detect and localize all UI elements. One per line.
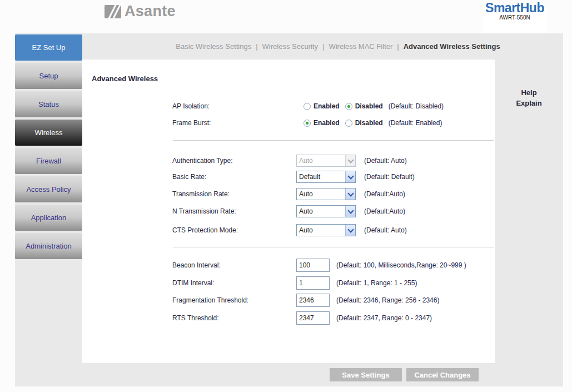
row-basic-rate: Basic Rate:Default(Default: Default) (82, 170, 495, 184)
row-cts-protection-mode: CTS Protection Mode:Auto(Default: Auto) (82, 223, 495, 237)
row-frame-burst: Frame Burst:EnabledDisabled(Default: Ena… (82, 116, 495, 130)
dropdown-authentication-type: Auto (296, 155, 356, 167)
row-authentication-type: Authentication Type:Auto(Default: Auto) (82, 153, 495, 168)
sidebar: EZ Set UpSetupStatusWirelessFirewallAcce… (15, 34, 82, 261)
radio-label: Disabled (355, 119, 383, 127)
radio-group: EnabledDisabled(Default: Enabled) (304, 119, 442, 127)
tab-bar: Basic Wireless Settings|Wireless Securit… (82, 33, 563, 59)
tab-wireless-security[interactable]: Wireless Security (262, 42, 318, 51)
router-admin-screen: Asante SmartHub AWRT-550N EZ Set UpSetup… (0, 0, 572, 392)
radio-label: Enabled (314, 102, 340, 110)
field-label: Basic Rate: (172, 173, 206, 181)
tab-separator: | (397, 42, 399, 51)
radio-group: EnabledDisabled(Default: Disabled) (304, 102, 444, 110)
dropdown-value: Auto (297, 155, 345, 166)
help-link[interactable]: Help (495, 87, 563, 98)
row-fragmentation-threshold: Fragmentation Threshold:(Default: 2346, … (82, 293, 495, 307)
default-note: (Default: Disabled) (389, 102, 444, 110)
sidebar-item-administration[interactable]: Administration (15, 233, 82, 259)
row-n-transmission-rate: N Transmission Rate:Auto(Default:Auto) (82, 204, 495, 219)
field-label: Frame Burst: (172, 119, 211, 127)
field-label: N Transmission Rate: (172, 207, 236, 215)
sidebar-item-setup[interactable]: Setup (15, 63, 82, 89)
chevron-down-icon[interactable] (345, 225, 355, 236)
default-note: (Default: 1, Range: 1 - 255) (336, 279, 417, 287)
product-logo: SmartHub AWRT-550N (470, 2, 559, 21)
radio-disabled[interactable] (345, 120, 352, 127)
product-model: AWRT-550N (470, 15, 559, 21)
content-panel: Advanced Wireless AP Isolation:EnabledDi… (82, 59, 495, 363)
cancel-changes-button[interactable]: Cancel Changes (406, 368, 479, 381)
radio-enabled[interactable] (304, 103, 311, 110)
separator (173, 247, 494, 247)
chevron-down-icon[interactable] (345, 188, 355, 200)
page-title: Advanced Wireless (92, 75, 158, 83)
radio-label: Enabled (314, 119, 340, 127)
dropdown-value: Auto (297, 188, 345, 200)
default-note: (Default:Auto) (364, 207, 405, 215)
sidebar-item-wireless[interactable]: Wireless (15, 120, 82, 146)
help-links[interactable]: Help Explain (495, 87, 563, 108)
field-label: CTS Protection Mode: (172, 226, 238, 234)
row-dtim-interval: DTIM Interval:(Default: 1, Range: 1 - 25… (82, 276, 495, 290)
footer-actions: Save Settings Cancel Changes (330, 368, 479, 381)
field-label: RTS Threshold: (172, 314, 219, 322)
asante-logo-icon (105, 5, 121, 18)
default-note: (Default: 100, Milliseconds,Range: 20~99… (336, 261, 466, 269)
dropdown-basic-rate[interactable]: Default (296, 171, 356, 183)
input-beacon-interval[interactable] (296, 259, 330, 272)
dropdown-value: Default (297, 171, 345, 182)
field-label: AP Isolation: (172, 102, 210, 110)
default-note: (Default: Enabled) (389, 119, 442, 127)
tab-separator: | (256, 42, 257, 51)
row-beacon-interval: Beacon Interval:(Default: 100, Milliseco… (82, 258, 495, 272)
row-transmission-rate: Transmission Rate:Auto(Default:Auto) (82, 187, 495, 201)
asante-logo: Asante (105, 3, 176, 20)
row-rts-threshold: RTS Threshold:(Default: 2347, Range: 0 -… (82, 311, 495, 325)
sidebar-item-access-policy[interactable]: Access Policy (15, 176, 82, 202)
radio-enabled[interactable] (304, 120, 311, 127)
chevron-down-icon[interactable] (345, 171, 355, 182)
field-label: Authentication Type: (172, 157, 233, 165)
field-label: Beacon Interval: (172, 261, 221, 269)
dropdown-transmission-rate[interactable]: Auto (296, 188, 356, 200)
input-fragmentation-threshold[interactable] (296, 294, 330, 307)
sidebar-item-ez-set-up[interactable]: EZ Set Up (15, 34, 82, 61)
tab-advanced-wireless-settings[interactable]: Advanced Wireless Settings (404, 42, 500, 51)
dropdown-value: Auto (297, 206, 345, 217)
input-rts-threshold[interactable] (296, 311, 330, 325)
dropdown-value: Auto (297, 225, 345, 236)
default-note: (Default: Auto) (364, 157, 407, 165)
input-dtim-interval[interactable] (296, 276, 330, 290)
row-ap-isolation: AP Isolation:EnabledDisabled(Default: Di… (82, 99, 495, 113)
radio-disabled[interactable] (345, 103, 352, 110)
tab-basic-wireless-settings[interactable]: Basic Wireless Settings (176, 42, 251, 51)
chevron-down-icon[interactable] (345, 206, 355, 217)
separator (173, 140, 494, 141)
radio-label: Disabled (355, 102, 383, 110)
default-note: (Default: 2346, Range: 256 - 2346) (336, 296, 439, 304)
sidebar-item-firewall[interactable]: Firewall (15, 148, 82, 174)
default-note: (Default: Default) (364, 173, 415, 181)
sidebar-item-application[interactable]: Application (15, 205, 82, 231)
tab-separator: | (322, 42, 324, 51)
save-settings-button[interactable]: Save Settings (330, 368, 402, 381)
asante-logo-text: Asante (125, 3, 176, 20)
default-note: (Default: 2347, Range: 0 - 2347) (336, 314, 432, 322)
default-note: (Default: Auto) (364, 226, 407, 234)
dropdown-cts-protection-mode[interactable]: Auto (296, 224, 356, 236)
tab-wireless-mac-filter[interactable]: Wireless MAC Filter (329, 42, 392, 51)
sidebar-item-status[interactable]: Status (15, 91, 82, 117)
field-label: DTIM Interval: (172, 279, 214, 287)
field-label: Fragmentation Threshold: (172, 296, 248, 304)
default-note: (Default:Auto) (364, 190, 405, 198)
page-body: EZ Set UpSetupStatusWirelessFirewallAcce… (15, 33, 563, 386)
product-name: SmartHub (470, 2, 559, 14)
chevron-down-icon (345, 155, 355, 166)
dropdown-n-transmission-rate[interactable]: Auto (296, 205, 356, 217)
explain-link[interactable]: Explain (495, 98, 563, 108)
field-label: Transmission Rate: (172, 190, 230, 198)
